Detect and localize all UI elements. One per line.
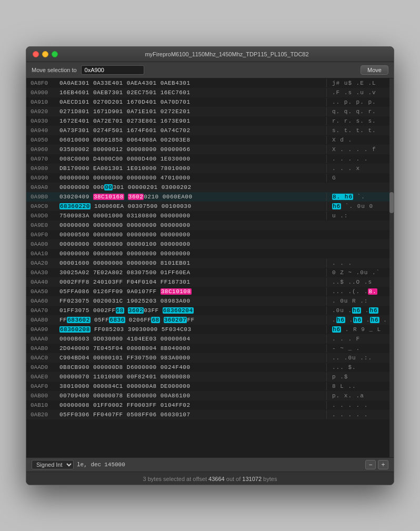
move-button[interactable]: Move (361, 65, 388, 75)
hex-bytes[interactable]: 1672E401 0A72E701 0273E801 1673E901 (59, 117, 326, 125)
hex-row: 0A980 DB170000 EA001301 1E010000 7801000… (26, 164, 394, 173)
hex-bytes[interactable]: C904BD04 00000101 FF307500 983A0000 (59, 354, 326, 362)
hex-row: 0AAA0 0000B603 9D030000 4104EE03 0000060… (26, 334, 394, 344)
hex-row: 0AAF0 38010000 000084C1 000000A8 DE00000… (26, 382, 394, 391)
hex-row: 0A8F0 0A0AE301 0A33E401 0AEA4301 0AEB430… (26, 78, 394, 88)
hex-bytes[interactable]: 0A73F301 0274F501 1674F601 0A74C702 (59, 126, 326, 135)
address: 0AAA0 (31, 335, 59, 343)
hex-bytes[interactable]: 05FFA086 0126FF09 9A0107FF 38C10108 (59, 287, 326, 296)
hex-row: 0AAB0 2D040000 7E045F04 0000B004 8B04000… (26, 344, 394, 353)
hex-bytes[interactable]: 0B8CB900 000000D8 D6000000 0024F400 (59, 363, 326, 372)
ascii: .h6 .h6 .h6 . (326, 316, 389, 324)
hex-row: 0AAE0 00000070 11010000 00F82401 0000008… (26, 372, 394, 382)
ascii: .0u .h6 .h6 (326, 306, 389, 315)
hex-row: 0AA80 FF683602 05FF6836 0206FF68 360207F… (26, 315, 394, 325)
hex-bytes[interactable]: 68360208 FF085203 39030000 5F034C03 (59, 325, 326, 334)
address: 0A9B0 (31, 193, 59, 201)
hex-bytes[interactable]: 00001600 00000000 00000000 8101EB01 (59, 259, 326, 267)
minus-button[interactable]: − (365, 460, 376, 469)
address: 0AA50 (31, 287, 59, 296)
status-value: 145000 (104, 462, 125, 468)
hex-bytes[interactable]: 0000B603 9D030000 4104EE03 00000604 (59, 335, 326, 343)
hex-bytes[interactable]: FF683602 05FF6836 0206FF68 360207FF (59, 316, 326, 324)
hex-bytes[interactable]: 00000500 00000000 00000000 00000000 (59, 231, 326, 239)
status-info-text: 3 bytes selected at offset 43664 out of … (143, 476, 277, 482)
hex-bytes[interactable]: 30025A02 7E02A802 08307500 01FF60EA (59, 268, 326, 277)
status-buttons: − + (365, 460, 388, 469)
ascii: G (326, 174, 389, 182)
hex-row: 0AAD0 0B8CB900 000000D8 D6000000 0024F40… (26, 363, 394, 372)
address: 0AAC0 (31, 354, 59, 362)
hex-bytes[interactable]: DB170000 EA001301 1E010000 78010000 (59, 164, 326, 173)
address: 0AA20 (31, 259, 59, 267)
hex-bytes[interactable]: 06010000 00091858 0064008A 002003E8 (59, 136, 326, 144)
ascii: 8 L .. (326, 382, 389, 390)
hex-row: 0AA90 68360208 FF085203 39030000 5F034C0… (26, 325, 394, 334)
address: 0A9D0 (31, 212, 59, 220)
hex-bytes[interactable]: 0002FFF8 240103FF F04F0104 FF187301 (59, 278, 326, 286)
ascii: .. p. p. p. (326, 98, 389, 106)
hex-row: 0AB10 00000008 01FF0002 FF0003FF 0104FF0… (26, 400, 394, 410)
scrollbar-thumb[interactable] (389, 192, 394, 213)
address: 0A970 (31, 155, 59, 163)
hex-row: 0A9B0 03020409 38C10168 36020210 0060EA0… (26, 192, 394, 202)
address: 0A920 (31, 107, 59, 116)
ascii: 8. h6 `. (326, 193, 389, 201)
hex-bytes[interactable]: 7500983A 00001000 03180800 00000000 (59, 212, 326, 220)
address: 0A9E0 (31, 221, 59, 229)
address: 0A990 (31, 174, 59, 182)
address: 0A950 (31, 136, 59, 144)
hex-bytes[interactable]: 03020409 38C10168 36020210 0060EA00 (59, 193, 326, 201)
ascii: .F .s .u .v (326, 88, 389, 97)
ascii: p. x. .a (326, 392, 389, 400)
plus-button[interactable]: + (378, 460, 388, 469)
hex-row: 0A9C0 68360220 100060EA 00307500 0010003… (26, 202, 394, 211)
hex-row: 0A970 008C0000 D4000C00 0000D400 1E03000… (26, 154, 394, 164)
hex-bytes[interactable]: 68360220 100060EA 00307500 00100030 (59, 202, 326, 211)
ascii: . . . . . (326, 410, 389, 419)
hex-bytes[interactable]: 05FF0306 FF0407FF 0508FF06 06030107 (59, 410, 326, 419)
hex-bytes[interactable]: 01FF3075 0002FF68 360203FF 68360204 (59, 306, 326, 315)
hex-bytes[interactable]: 0271D801 1671D901 0A71E101 0272E201 (59, 107, 326, 116)
ascii: . . . F (326, 335, 389, 343)
move-input[interactable] (81, 65, 144, 75)
address: 0A930 (31, 117, 59, 125)
format-label: le, dec (77, 462, 101, 468)
hex-bytes[interactable]: 0A0AE301 0A33E401 0AEA4301 0AEB4301 (59, 79, 326, 87)
hex-bytes[interactable]: 00709400 00000078 E6000000 00A86100 (59, 392, 326, 400)
traffic-lights (33, 51, 58, 57)
address: 0AAE0 (31, 373, 59, 381)
hex-bytes[interactable]: 38010000 000084C1 000000A8 DE000000 (59, 382, 326, 390)
hex-bytes[interactable]: 00000008 01FF0002 FF0003FF 0104FF02 (59, 401, 326, 409)
maximize-button[interactable] (52, 51, 58, 57)
ascii: ... $. (326, 363, 389, 372)
hex-bytes[interactable]: 00000000 00000301 00000201 03000202 (59, 183, 326, 192)
address: 0AAB0 (31, 344, 59, 353)
hex-bytes[interactable]: 00000000 00000000 00000000 47010000 (59, 174, 326, 182)
address: 0AA10 (31, 249, 59, 258)
hex-row: 0A9E0 00000000 00000000 00000000 0000000… (26, 221, 394, 230)
address: 0AA60 (31, 297, 59, 305)
hex-bytes[interactable]: 008C0000 D4000C00 0000D400 1E030000 (59, 155, 326, 163)
hex-row: 0AA60 FF023075 0020031C 19025203 08983A0… (26, 296, 394, 306)
hex-bytes[interactable]: 00000070 11010000 00F82401 00000080 (59, 373, 326, 381)
address: 0AAF0 (31, 382, 59, 390)
hex-bytes[interactable]: 00000000 00000000 00000100 00000000 (59, 240, 326, 248)
hex-bytes[interactable]: FF023075 0020031C 19025203 08983A00 (59, 297, 326, 305)
ascii: ... .(. .8. (326, 287, 389, 296)
type-select[interactable]: Signed Int (32, 460, 74, 469)
address: 0AA40 (31, 278, 59, 286)
scrollbar[interactable] (389, 78, 394, 457)
hex-bytes[interactable]: 00000000 00000000 00000000 00000000 (59, 221, 326, 229)
hex-bytes[interactable]: 03580002 80000012 00008000 00000066 (59, 145, 326, 154)
ascii: . . . x (326, 164, 389, 173)
hex-bytes[interactable]: 16EB4601 0AEB7301 02EC7501 16EC7601 (59, 88, 326, 97)
ascii: j# u$ .E .L (326, 79, 389, 87)
address: 0AA70 (31, 306, 59, 315)
close-button[interactable] (33, 51, 39, 57)
address: 0AAD0 (31, 363, 59, 372)
hex-bytes[interactable]: 2D040000 7E045F04 0000B004 8B040000 (59, 344, 326, 353)
hex-bytes[interactable]: 0AECD101 0270D201 1670D401 0A70D701 (59, 98, 326, 106)
minimize-button[interactable] (42, 51, 48, 57)
hex-bytes[interactable]: 00000000 00000000 00000000 00000000 (59, 249, 326, 258)
